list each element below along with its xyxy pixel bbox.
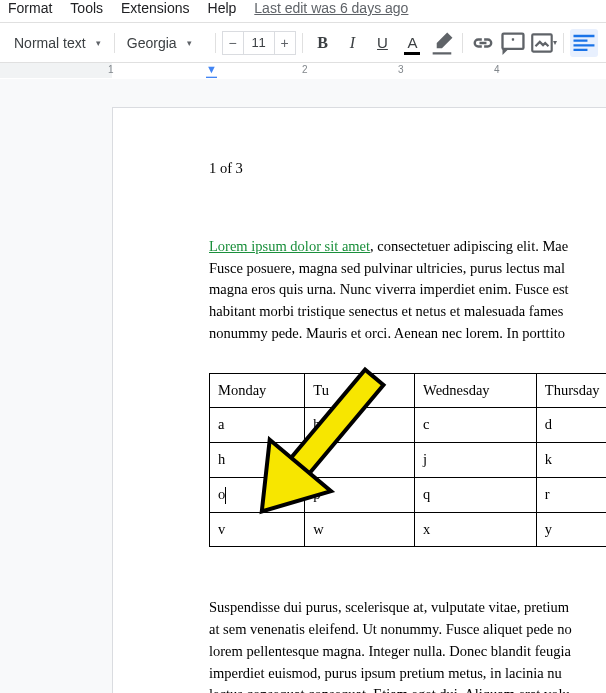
link-icon — [469, 29, 497, 57]
document-page[interactable]: 1 of 3 Lorem ipsum dolor sit amet, conse… — [112, 107, 606, 693]
italic-button[interactable]: I — [339, 29, 367, 57]
body-text: Fusce posuere, magna sed pulvinar ultric… — [209, 260, 565, 276]
body-text: lectus consequat consequat. Etiam eget d… — [209, 686, 570, 693]
hyperlink[interactable]: Lorem ipsum dolor sit amet — [209, 238, 370, 254]
body-text: at sem venenatis eleifend. Ut nonummy. F… — [209, 621, 572, 637]
table-cell[interactable]: x — [415, 512, 537, 547]
menu-tools[interactable]: Tools — [70, 0, 103, 16]
table-header-cell[interactable]: Thursday — [536, 373, 606, 408]
table-row[interactable]: v w x y z — [210, 512, 607, 547]
text-cursor — [225, 487, 226, 504]
table-row[interactable]: a b c d e — [210, 408, 607, 443]
table-row[interactable]: o▾ p q r s — [210, 477, 607, 512]
table-cell[interactable]: j — [415, 443, 537, 478]
font-family-dropdown[interactable]: Georgia — [121, 31, 209, 55]
font-size-input[interactable] — [244, 31, 274, 55]
add-comment-button[interactable] — [499, 29, 527, 57]
separator — [302, 33, 303, 53]
table-cell[interactable]: k — [536, 443, 606, 478]
bold-button[interactable]: B — [309, 29, 337, 57]
separator — [462, 33, 463, 53]
page-number: 1 of 3 — [209, 158, 606, 180]
table-header-cell[interactable]: Monday — [210, 373, 305, 408]
comment-icon — [499, 29, 527, 57]
insert-link-button[interactable] — [469, 29, 497, 57]
table-cell[interactable]: h — [210, 443, 305, 478]
body-text: lorem pellentesque magna. Integer nulla.… — [209, 643, 571, 659]
table-cell[interactable]: a — [210, 408, 305, 443]
toolbar: Normal text Georgia − + B I U A ▾ — [0, 23, 606, 63]
separator — [114, 33, 115, 53]
table-cell[interactable]: p — [305, 477, 415, 512]
paragraph-style-dropdown[interactable]: Normal text — [8, 31, 108, 55]
table-cell[interactable]: d — [536, 408, 606, 443]
paragraph[interactable]: Suspendisse dui purus, scelerisque at, v… — [209, 597, 606, 693]
menu-extensions[interactable]: Extensions — [121, 0, 189, 16]
insert-image-button[interactable]: ▾ — [529, 29, 557, 57]
separator — [563, 33, 564, 53]
ruler-marks: 1 ▼ ▬ 2 3 4 — [0, 63, 606, 78]
align-left-icon — [570, 29, 598, 57]
table-cell[interactable]: q — [415, 477, 537, 512]
body-text: nonummy pede. Mauris et orci. Aenean nec… — [209, 325, 565, 341]
document-table[interactable]: Monday Tu day Wednesday Thursday Frida a… — [209, 373, 606, 548]
table-cell[interactable]: i — [305, 443, 415, 478]
table-cell[interactable]: b — [305, 408, 415, 443]
menu-format[interactable]: Format — [8, 0, 52, 16]
ruler-mark: 2 — [302, 64, 308, 75]
paragraph[interactable]: Lorem ipsum dolor sit amet, consectetuer… — [209, 236, 606, 345]
align-button[interactable] — [570, 29, 598, 57]
chevron-down-icon: ▾ — [553, 38, 557, 47]
ruler-mark: 3 — [398, 64, 404, 75]
font-size-increase-button[interactable]: + — [274, 31, 296, 55]
menu-help[interactable]: Help — [208, 0, 237, 16]
last-edit-link[interactable]: Last edit was 6 days ago — [254, 0, 408, 16]
image-icon — [529, 30, 555, 56]
table-cell[interactable]: y — [536, 512, 606, 547]
highlighter-icon — [428, 29, 456, 57]
table-cell[interactable]: v — [210, 512, 305, 547]
body-text: imperdiet euismod, purus ipsum pretium m… — [209, 665, 562, 681]
table-cell[interactable]: w — [305, 512, 415, 547]
table-cell-active[interactable]: o▾ — [210, 477, 305, 512]
ruler[interactable]: 1 ▼ ▬ 2 3 4 — [0, 63, 606, 79]
body-text: , consectetuer adipiscing elit. Mae — [370, 238, 568, 254]
body-text: magna eros quis urna. Nunc viverra imper… — [209, 281, 569, 297]
body-text: Suspendisse dui purus, scelerisque at, v… — [209, 599, 569, 615]
table-header-cell[interactable]: Wednesday — [415, 373, 537, 408]
underline-button[interactable]: U — [368, 29, 396, 57]
separator — [215, 33, 216, 53]
indent-marker-icon[interactable]: ▬ — [206, 70, 217, 79]
menu-bar: Format Tools Extensions Help Last edit w… — [0, 0, 606, 23]
svg-rect-0 — [503, 33, 524, 48]
table-row[interactable]: Monday Tu day Wednesday Thursday Frida — [210, 373, 607, 408]
body-text: habitant morbi tristique senectus et net… — [209, 303, 563, 319]
font-size-decrease-button[interactable]: − — [222, 31, 244, 55]
ruler-mark: 1 — [108, 64, 114, 75]
font-size-group: − + — [222, 31, 296, 55]
document-canvas[interactable]: 1 of 3 Lorem ipsum dolor sit amet, conse… — [0, 79, 606, 693]
cell-dropdown-icon[interactable]: ▾ — [290, 489, 302, 501]
ruler-mark: 4 — [494, 64, 500, 75]
text-color-button[interactable]: A — [398, 29, 426, 57]
table-header-cell[interactable]: Tu day — [305, 373, 415, 408]
table-row[interactable]: h i j k l — [210, 443, 607, 478]
table-cell[interactable]: r — [536, 477, 606, 512]
table-cell[interactable]: c — [415, 408, 537, 443]
highlight-color-button[interactable] — [428, 29, 456, 57]
